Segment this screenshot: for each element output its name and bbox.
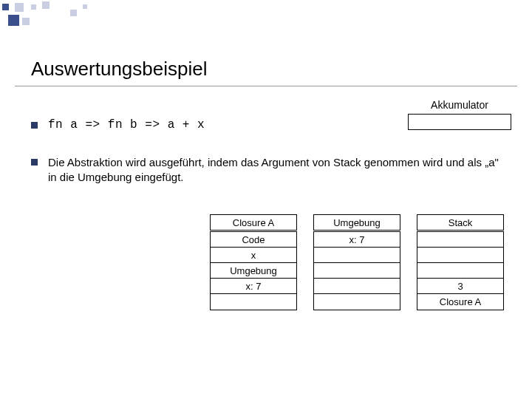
stack-header: Stack bbox=[417, 214, 504, 231]
table-row bbox=[314, 263, 400, 279]
closure-a-header: Closure A bbox=[210, 214, 297, 231]
bullet-icon bbox=[31, 122, 38, 129]
table-row: Code bbox=[211, 232, 296, 248]
table-row bbox=[314, 294, 400, 310]
bullet-2: Die Abstraktion wird ausgeführt, indem d… bbox=[31, 155, 504, 185]
tables-area: Closure A Code x Umgebung x: 7 Umgebung … bbox=[210, 214, 504, 310]
table-row: x: 7 bbox=[314, 232, 400, 248]
akkumulator-label: Akkumulator bbox=[408, 99, 511, 111]
slide-title: Auswertungsbeispiel bbox=[31, 58, 207, 81]
table-row bbox=[417, 248, 503, 263]
table-row: x bbox=[211, 248, 296, 263]
bullet-1: fn a => fn b => a + x bbox=[31, 118, 504, 132]
umgebung-column: Umgebung x: 7 bbox=[313, 214, 400, 310]
table-row bbox=[211, 294, 296, 310]
table-row: x: 7 bbox=[211, 279, 296, 294]
table-row: Closure A bbox=[417, 294, 503, 310]
umgebung-header: Umgebung bbox=[313, 214, 400, 231]
stack-table: 3 Closure A bbox=[417, 231, 504, 310]
header-decoration bbox=[0, 0, 532, 30]
code-expression: fn a => fn b => a + x bbox=[48, 118, 205, 132]
closure-a-table: Code x Umgebung x: 7 bbox=[210, 231, 297, 310]
title-underline bbox=[15, 86, 517, 86]
bullet-text: Die Abstraktion wird ausgeführt, indem d… bbox=[48, 155, 504, 185]
table-row: 3 bbox=[417, 279, 503, 294]
table-row bbox=[417, 232, 503, 248]
table-row bbox=[417, 263, 503, 279]
umgebung-table: x: 7 bbox=[313, 231, 400, 310]
table-row bbox=[314, 279, 400, 294]
table-row bbox=[314, 248, 400, 263]
stack-column: Stack 3 Closure A bbox=[417, 214, 504, 310]
bullet-icon bbox=[31, 159, 38, 166]
table-row: Umgebung bbox=[211, 263, 296, 279]
closure-a-column: Closure A Code x Umgebung x: 7 bbox=[210, 214, 297, 310]
